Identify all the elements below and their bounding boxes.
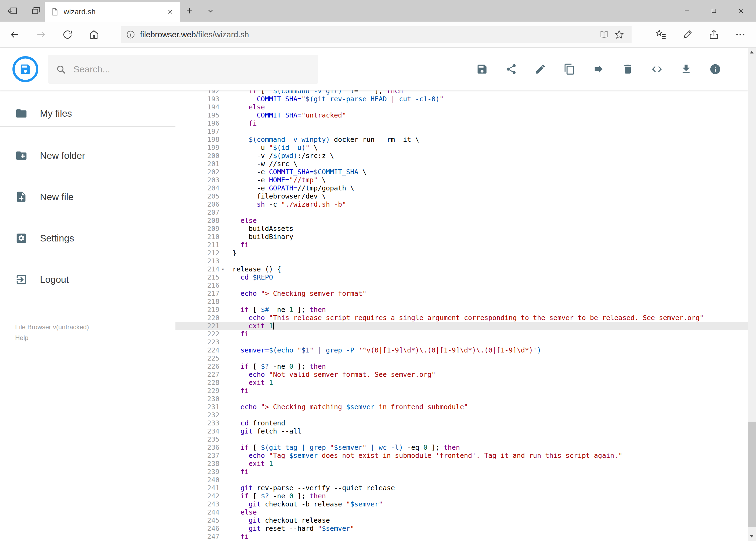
code-line[interactable]: 215 cd $REPO [175,273,748,281]
tab-preview-button[interactable] [203,4,217,18]
code-line[interactable]: 206 sh -c "./wizard.sh -b" [175,201,748,209]
copy-button[interactable] [560,59,579,79]
edit-button[interactable] [531,59,550,79]
address-bar[interactable]: filebrowser.web/files/wizard.sh [121,26,631,43]
scrollbar-thumb[interactable] [748,422,756,527]
code-line[interactable]: 212} [175,249,748,257]
code-line[interactable]: 204 -e GOPATH=//tmp/gopath \ [175,184,748,192]
code-line[interactable]: 233 cd frontend [175,419,748,427]
code-line[interactable]: 221 exit 1 [175,322,748,330]
search-box[interactable] [48,55,318,84]
scrollbar-up-arrow[interactable] [748,48,756,58]
code-line[interactable]: 194 else [175,103,748,111]
back-button[interactable] [5,25,24,44]
info-button[interactable] [705,59,725,79]
code-line[interactable]: 193 COMMIT_SHA="$(git rev-parse HEAD | c… [175,95,748,103]
code-line[interactable]: 245 git checkout release [175,516,748,525]
code-line[interactable]: 235 [175,435,748,443]
new-tab-button[interactable] [182,4,196,18]
code-line[interactable]: 201 -w //src \ [175,160,748,168]
share-button[interactable] [501,59,521,79]
code-line[interactable]: 213 [175,257,748,265]
settings-more-button[interactable] [731,25,750,44]
code-line[interactable]: 200 -v /$(pwd):/src:z \ [175,152,748,160]
save-button[interactable] [472,59,492,79]
code-line[interactable]: 236 if [ $(git tag | grep "$semver" | wc… [175,443,748,452]
code-line[interactable]: 209 buildAssets [175,225,748,233]
sidebar-item-my-files[interactable]: My files [0,101,175,126]
code-line[interactable]: 243 git checkout -b release "$semver" [175,500,748,508]
code-line[interactable]: 228 exit 1 [175,379,748,387]
code-line[interactable]: 211 fi [175,241,748,249]
browser-tab[interactable]: wizard.sh [45,2,180,22]
code-line[interactable]: 205 filebrowser/dev \ [175,192,748,201]
code-line[interactable]: 198 $(command -v winpty) docker run --rm… [175,136,748,144]
code-line[interactable]: 199 -u "$(id -u)" \ [175,144,748,152]
code-line[interactable]: 227 echo "Not valid semver format. See s… [175,370,748,379]
code-line[interactable]: 217 echo "> Checking semver format" [175,289,748,297]
code-line[interactable]: 207 [175,209,748,217]
set-tabs-aside-button[interactable] [5,4,19,18]
code-line[interactable]: 229 fi [175,387,748,395]
code-line[interactable]: 237 echo "Tag $semver does not exist in … [175,452,748,460]
code-line[interactable]: 197 [175,128,748,136]
code-line[interactable]: 219 if [ $# -ne 1 ]; then [175,306,748,314]
scrollbar[interactable] [748,48,756,541]
search-input[interactable] [74,64,295,75]
code-line[interactable]: 202 -e COMMIT_SHA=$COMMIT_SHA \ [175,168,748,176]
code-line[interactable]: 208 else [175,217,748,225]
raw-code-button[interactable] [647,59,667,79]
move-button[interactable] [589,59,609,79]
filebrowser-logo[interactable] [12,56,39,83]
sidebar-item-logout[interactable]: Logout [0,267,175,292]
tab-close-icon[interactable] [167,8,174,15]
fold-marker-icon[interactable]: ▾ [219,265,226,273]
download-button[interactable] [676,59,696,79]
code-line[interactable]: 242 if [ $? -ne 0 ]; then [175,492,748,500]
code-line[interactable]: 246 git reset --hard "$semver" [175,525,748,533]
scrollbar-down-arrow[interactable] [748,531,756,541]
hub-button[interactable] [651,25,670,44]
code-editor[interactable]: 192 if [ "$(command -v git)" != "" ]; th… [175,91,748,541]
code-line[interactable]: 241 git rev-parse --verify --quiet relea… [175,484,748,492]
code-line[interactable]: 210 buildBinary [175,233,748,241]
code-line[interactable]: 222 fi [175,330,748,338]
code-line[interactable]: 244 else [175,508,748,516]
code-line[interactable]: 192 if [ "$(command -v git)" != "" ]; th… [175,91,748,95]
code-line[interactable]: 226 if [ $? -ne 0 ]; then [175,362,748,370]
code-line[interactable]: 232 [175,411,748,419]
code-line[interactable]: 239 fi [175,468,748,476]
reading-view-button[interactable] [597,27,612,42]
refresh-button[interactable] [58,25,77,44]
web-note-button[interactable] [678,25,697,44]
share-page-button[interactable] [704,25,723,44]
delete-button[interactable] [618,59,637,79]
close-window-button[interactable] [727,0,754,22]
sidebar-item-settings[interactable]: Settings [0,225,175,251]
favorite-star-button[interactable] [612,27,627,42]
code-line[interactable]: 234 git fetch --all [175,427,748,435]
code-line[interactable]: 247 fi [175,533,748,541]
code-line[interactable]: 223 [175,338,748,346]
code-line[interactable]: 218 [175,297,748,306]
site-info-icon[interactable] [126,29,136,40]
code-line[interactable]: 230 [175,395,748,403]
code-line[interactable]: 231 echo "> Checking matching $semver in… [175,403,748,411]
minimize-button[interactable] [673,0,700,22]
code-line[interactable]: 195 COMMIT_SHA="untracked" [175,111,748,119]
home-button[interactable] [85,25,103,44]
code-line[interactable]: 203 -e HOME="//tmp" \ [175,176,748,184]
sidebar-item-new-file[interactable]: New file [0,184,175,210]
code-line[interactable]: 240 [175,476,748,484]
tabs-set-aside-button[interactable] [29,4,43,18]
code-line[interactable]: 224 semver=$(echo "$1" | grep -P '^v(0|[… [175,346,748,354]
help-link[interactable]: Help [15,333,175,343]
code-line[interactable]: 216 [175,281,748,289]
forward-button[interactable] [32,25,50,44]
code-line[interactable]: 220 echo "This release script requires a… [175,314,748,322]
code-line[interactable]: 214▾release () { [175,265,748,273]
maximize-button[interactable] [700,0,727,22]
code-line[interactable]: 225 [175,354,748,362]
sidebar-item-new-folder[interactable]: New folder [0,143,175,169]
code-line[interactable]: 238 exit 1 [175,460,748,468]
